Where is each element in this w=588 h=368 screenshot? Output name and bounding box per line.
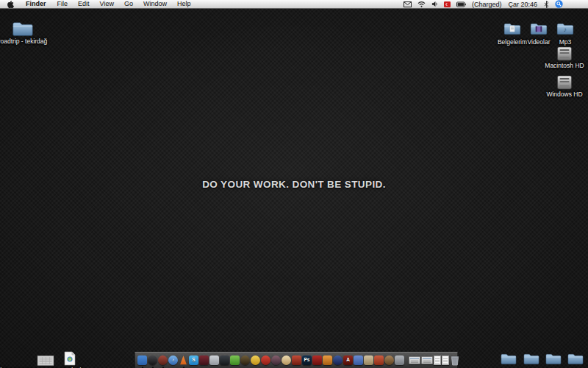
desktop-icon-videolar[interactable] xyxy=(530,22,548,35)
dock-red-pencil-app[interactable] xyxy=(374,353,384,368)
dock-silver-app[interactable] xyxy=(209,353,219,368)
apple-icon xyxy=(7,0,14,8)
dock-green-app[interactable] xyxy=(230,353,240,368)
desktop-icon-macintosh-hd[interactable] xyxy=(556,46,574,61)
menu-edit[interactable]: Edit xyxy=(73,0,95,8)
red-sphere-app-icon xyxy=(261,355,270,365)
desktop-icon-tk101[interactable] xyxy=(545,353,562,365)
desktop-icon-belgelerim[interactable] xyxy=(503,22,521,35)
terminal-icon xyxy=(220,355,229,365)
desktop-icon-vcd221[interactable] xyxy=(523,353,539,365)
itunes-icon: ♪ xyxy=(168,355,178,365)
dock-vlc[interactable] xyxy=(179,353,188,368)
wifi-icon[interactable] xyxy=(415,1,429,7)
red-swirl-app-icon xyxy=(312,355,322,365)
menu-finder[interactable]: Finder xyxy=(20,0,52,8)
mail-icon[interactable] xyxy=(401,1,415,7)
desktop-wallpaper: DO YOUR WORK. DON'T BE STUPID. roadtrip … xyxy=(0,9,588,368)
navy-sphere-app-icon xyxy=(333,355,343,365)
volume-icon[interactable] xyxy=(429,1,441,7)
desktop-icon-label-macintosh-hd[interactable]: Macintosh HD xyxy=(545,62,584,69)
spotlight-icon[interactable] xyxy=(552,0,566,8)
dock-trash[interactable] xyxy=(450,353,460,368)
red-media-app-icon xyxy=(158,355,168,365)
dark-gold-sphere-app-icon xyxy=(240,355,250,365)
dock-red-media-app[interactable] xyxy=(158,353,168,368)
desktop-icon-mp3[interactable]: ♪ xyxy=(556,22,574,35)
desktop-icon-fye101[interactable] xyxy=(501,353,517,365)
green-app-icon xyxy=(230,355,240,365)
desktop-icon-label-belgelerim[interactable]: Belgelerim xyxy=(498,38,527,46)
yellow-crescent-app-icon xyxy=(251,355,260,365)
silver-app-icon xyxy=(209,355,219,365)
input-language-flag-icon[interactable] xyxy=(441,1,453,7)
menu-file[interactable]: File xyxy=(52,0,74,8)
dock-shell-app[interactable] xyxy=(282,353,291,368)
dock-finder[interactable] xyxy=(137,353,147,368)
red-pencil-app-icon xyxy=(374,355,384,365)
orange-animal-app-icon xyxy=(323,355,332,365)
photoshop-glyph: Ps xyxy=(304,358,310,363)
desktop-icon-label-videolar[interactable]: Videolar xyxy=(527,38,550,46)
dock-document-2[interactable] xyxy=(442,353,449,368)
dock-minimized-window-1[interactable] xyxy=(409,353,420,368)
dock-skype[interactable]: S xyxy=(189,353,198,368)
dock-photoshop[interactable]: Ps xyxy=(302,353,312,368)
dock-terminal[interactable] xyxy=(220,353,229,368)
dock-red-character-app[interactable] xyxy=(292,353,301,368)
minimized-window-1-icon xyxy=(409,356,420,364)
itunes-glyph: ♪ xyxy=(172,358,174,363)
dock-tan-tools-app[interactable] xyxy=(364,353,373,368)
desktop-icon-vcd142[interactable] xyxy=(567,353,584,365)
dock-red-swirl-app[interactable] xyxy=(312,353,322,368)
messenger-app-icon xyxy=(354,355,363,365)
photoshop-icon: Ps xyxy=(302,355,312,365)
menu-help[interactable]: Help xyxy=(172,0,196,8)
battery-icon[interactable] xyxy=(453,1,469,7)
document-1-icon xyxy=(434,355,441,365)
shell-app-icon xyxy=(282,355,291,365)
dock-red-letter-app[interactable]: A xyxy=(343,353,353,368)
document-2-icon xyxy=(442,355,449,365)
maroon-player-app-icon xyxy=(199,355,209,365)
dock-dark-sphere-app[interactable] xyxy=(148,353,157,368)
vlc-icon xyxy=(179,355,188,365)
wallpaper-quote: DO YOUR WORK. DON'T BE STUPID. xyxy=(0,179,588,190)
menu-items: FinderFileEditViewGoWindowHelp xyxy=(20,0,196,8)
battery-status-label[interactable]: (Charged) xyxy=(469,1,505,8)
svg-text:♪: ♪ xyxy=(69,358,71,361)
dock-yellow-crescent-app[interactable] xyxy=(251,353,260,368)
skype-glyph: S xyxy=(192,358,195,363)
finder-icon xyxy=(137,355,147,365)
dock-itunes[interactable]: ♪ xyxy=(168,353,178,368)
dock-plum-globe-app[interactable] xyxy=(271,353,281,368)
dock-messenger-app[interactable] xyxy=(354,353,363,368)
dock-dark-gold-sphere-app[interactable] xyxy=(240,353,250,368)
desktop-icon-joy-turk[interactable]: ♪ xyxy=(64,351,76,366)
desktop-icon-roadtrip[interactable] xyxy=(12,21,34,37)
menu-window[interactable]: Window xyxy=(138,0,172,8)
desktop-icon-windows-hd[interactable] xyxy=(556,75,574,90)
desktop-screen: FinderFileEditViewGoWindowHelp (Charged)… xyxy=(0,0,588,368)
desktop-icon-ders-programi[interactable] xyxy=(37,355,54,366)
dock-orange-animal-app[interactable] xyxy=(323,353,332,368)
svg-text:♪: ♪ xyxy=(564,26,567,33)
dock-maroon-player-app[interactable] xyxy=(199,353,209,368)
dock-printer-app[interactable] xyxy=(395,353,404,368)
dock-globe-clock-app[interactable] xyxy=(384,353,394,368)
apple-menu[interactable] xyxy=(0,0,20,8)
dark-sphere-app-icon xyxy=(148,355,157,365)
dock-navy-sphere-app[interactable] xyxy=(333,353,343,368)
desktop-icon-label-roadtrip[interactable]: roadtrip - tekirdağ xyxy=(0,38,47,45)
menu-bar: FinderFileEditViewGoWindowHelp (Charged)… xyxy=(0,0,588,9)
menu-view[interactable]: View xyxy=(95,0,119,8)
dock-document-1[interactable] xyxy=(434,353,441,368)
menu-go[interactable]: Go xyxy=(119,0,138,8)
dock-red-sphere-app[interactable] xyxy=(261,353,270,368)
dock-minimized-window-2[interactable] xyxy=(421,353,433,368)
bluetooth-icon[interactable] xyxy=(541,1,552,8)
desktop-icon-label-mp3[interactable]: Mp3 xyxy=(559,38,572,46)
menu-clock[interactable]: Çar 20:46 xyxy=(504,1,541,8)
red-letter-app-icon: A xyxy=(343,355,353,365)
desktop-icon-label-windows-hd[interactable]: Windows HD xyxy=(546,91,582,98)
